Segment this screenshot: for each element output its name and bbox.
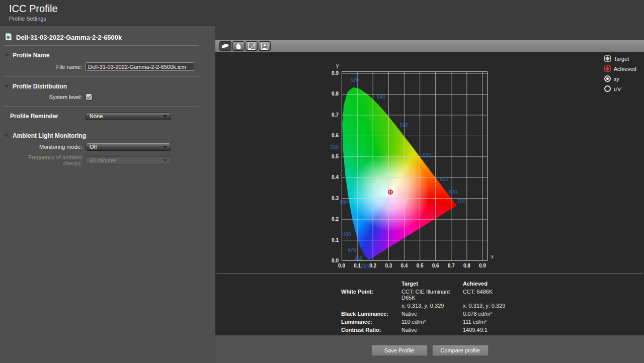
- radio-uv-item: u'v': [604, 85, 636, 92]
- monitoring-mode-row: Monitoring mode: Off: [0, 143, 215, 151]
- row-achieved: 0.078 cd/m²: [463, 311, 505, 317]
- collapse-triangle-icon: [4, 54, 9, 57]
- row-achieved: x: 0.313, y: 0.329: [463, 303, 505, 309]
- collapse-triangle-icon: [4, 134, 9, 137]
- y-tick-label: 0.3: [325, 196, 339, 201]
- x-tick-label: 0.0: [335, 263, 348, 268]
- save-profile-button[interactable]: Save Profile: [371, 345, 428, 356]
- settings-panel: Dell-31-03-2022-Gamma-2-2-6500k Profile …: [0, 26, 215, 363]
- radio-xy[interactable]: [604, 75, 611, 82]
- profile-title-row: Dell-31-03-2022-Gamma-2-2-6500k: [0, 26, 215, 42]
- achieved-marker-icon: [604, 65, 611, 72]
- legend-target: Target: [604, 55, 636, 62]
- monitoring-mode-dropdown[interactable]: Off: [86, 143, 171, 151]
- legend-achieved: Achieved: [604, 65, 636, 72]
- y-tick-label: 0.7: [325, 112, 339, 118]
- collapse-triangle-icon: [4, 85, 9, 88]
- target-marker-icon: [604, 55, 611, 62]
- row-achieved: 111 cd/m²: [463, 319, 505, 325]
- row-target: CCT: CIE Illuminant D65K: [401, 289, 463, 301]
- wavelength-label: 490: [340, 199, 348, 205]
- wavelength-label: 620: [449, 190, 457, 195]
- y-tick-label: 0.4: [325, 174, 339, 180]
- footer-actions: Save Profile Compare profile: [215, 335, 644, 363]
- title-rule: [4, 45, 199, 46]
- y-tick-label: 0.8: [325, 91, 339, 97]
- tone-curve-icon: [247, 42, 257, 50]
- row-achieved: 1409.49:1: [463, 327, 505, 333]
- wavelength-label: 520: [350, 77, 359, 83]
- frequency-label: Frequency of ambient checks:: [0, 154, 86, 166]
- section-profile-name[interactable]: Profile Name: [0, 52, 215, 59]
- x-tick-label: 0.4: [397, 263, 411, 268]
- radio-uv[interactable]: [604, 85, 611, 92]
- x-tick-label: 0.3: [382, 263, 395, 268]
- profile-photo-button[interactable]: [259, 41, 271, 51]
- profile-reminder-dropdown[interactable]: None: [86, 112, 171, 120]
- file-name-label: File name:: [0, 64, 86, 70]
- chromaticity-icon: [233, 42, 244, 50]
- radio-xy-item: xy: [604, 75, 636, 82]
- wavelength-label: 500: [330, 145, 339, 150]
- profile-photo-icon: [260, 42, 270, 50]
- system-level-checkbox[interactable]: [86, 94, 93, 101]
- system-level-label: System level:: [0, 94, 86, 100]
- y-tick-label: 0.6: [325, 133, 339, 138]
- compare-profile-button[interactable]: Compare profile: [432, 345, 489, 356]
- wavelength-label: 600: [440, 176, 448, 182]
- app-header: ICC Profile Profile Settings: [0, 0, 644, 26]
- row-target: 110 cd/m²: [401, 319, 463, 325]
- x-tick-label: 0.9: [476, 263, 489, 268]
- section-ambient-light[interactable]: Ambient Light Monitoring: [0, 132, 215, 139]
- page-title: ICC Profile: [9, 3, 58, 15]
- right-top-strip: [215, 26, 644, 40]
- row-label: [341, 303, 401, 309]
- x-tick-label: 0.7: [445, 263, 458, 268]
- dropdown-arrow-icon: [163, 146, 167, 148]
- dropdown-arrow-icon: [163, 115, 167, 118]
- system-level-row: System level:: [0, 94, 215, 101]
- white-point-marker: [387, 189, 393, 196]
- wavelength-label: 480: [343, 231, 351, 237]
- plot-grid: [342, 71, 488, 261]
- wavelength-label: 540: [377, 95, 385, 100]
- profile-name-heading: Dell-31-03-2022-Gamma-2-2-6500k: [16, 34, 122, 41]
- page-subtitle: Profile Settings: [9, 16, 46, 22]
- achieved-marker-icon: [387, 189, 393, 195]
- wavelength-label: 560: [400, 122, 409, 128]
- x-tick-label: 0.6: [429, 263, 442, 268]
- row-label: Contrast Ratio:: [341, 327, 401, 333]
- frequency-row: Frequency of ambient checks: 60 minutes: [0, 154, 215, 166]
- divider: [4, 126, 199, 126]
- gamut-2d-view-button[interactable]: [219, 41, 231, 51]
- row-target: Native: [401, 311, 463, 317]
- y-tick-label: 0.9: [325, 70, 339, 76]
- checkmark-icon: [87, 95, 92, 100]
- gamut-2d-icon: [220, 42, 230, 50]
- chromaticity-chart-panel: y x 0.00.10.20.30.40.50.60.70.80.90.00.1…: [215, 52, 644, 335]
- file-name-row: File name:: [0, 62, 215, 71]
- row-label: Luminance:: [341, 319, 401, 325]
- wavelength-label: 470: [348, 247, 356, 253]
- section-profile-distribution[interactable]: Profile Distribution: [0, 83, 215, 90]
- row-label: Black Luminance:: [341, 311, 401, 317]
- chart-table-separator: [216, 274, 643, 274]
- divider: [4, 76, 199, 77]
- dropdown-arrow-icon: [163, 159, 167, 162]
- y-tick-label: 0.1: [325, 237, 339, 243]
- x-tick-label: 0.8: [460, 263, 473, 268]
- icc-profile-icon: [5, 33, 12, 42]
- wavelength-label: 700: [457, 199, 466, 204]
- divider: [4, 106, 199, 107]
- wavelength-label: 580: [423, 153, 432, 158]
- y-axis-title: y: [336, 63, 339, 68]
- chart-legend: Target Achieved xy u'v': [604, 55, 636, 92]
- results-table: Target Achieved White Point: CCT: CIE Il…: [341, 281, 505, 333]
- y-tick-label: 0.5: [325, 154, 339, 159]
- chromaticity-view-button[interactable]: [232, 41, 245, 51]
- file-name-input[interactable]: [86, 62, 194, 71]
- wavelength-label: 380: [361, 263, 369, 269]
- frequency-dropdown: 60 minutes: [86, 156, 171, 164]
- tone-curve-button[interactable]: [246, 41, 258, 51]
- row-target: x: 0.313, y: 0.329: [401, 303, 463, 309]
